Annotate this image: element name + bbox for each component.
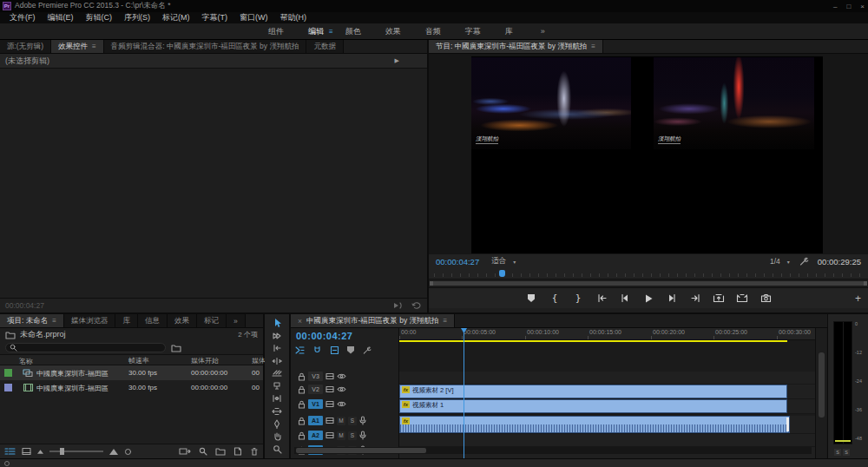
track-target-v2[interactable]: V2 [308,385,323,394]
loop-playback-icon[interactable] [411,301,422,310]
project-file-name[interactable]: 未命名.prproj [20,329,66,340]
panel-menu-icon[interactable]: ≡ [591,43,595,50]
tab-audio-clip-mixer[interactable]: 音频剪辑混合器: 中國廣東深圳市-福田區夜景 by 漢翔航拍 [104,40,307,53]
sync-lock-icon[interactable] [326,400,334,408]
mark-in-button[interactable]: { [548,292,562,306]
track-lane-v3[interactable] [399,372,815,385]
track-output-eye-icon[interactable] [337,385,346,393]
track-lane-v1[interactable]: fx 视频素材 1 [399,399,815,414]
find-icon[interactable] [199,447,207,456]
solo-left-button[interactable]: S [834,449,841,456]
timeline-timecode[interactable]: 00:00:04:27 [296,331,352,341]
column-media-start[interactable]: 媒体开始 [191,356,219,365]
workspace-effects[interactable]: 效果 [373,26,413,37]
label-chip-iris[interactable] [4,384,12,391]
play-audio-only-icon[interactable] [392,301,403,310]
add-marker-icon[interactable] [347,346,354,354]
playback-resolution-dropdown[interactable]: 1/4▾ [770,257,790,266]
go-to-out-button[interactable] [688,292,702,306]
pen-tool[interactable] [270,418,284,429]
clip-v1[interactable]: fx 视频素材 1 [399,399,787,413]
search-input[interactable] [5,343,166,352]
scrollbar-handle-left[interactable] [430,281,433,286]
menu-sequence[interactable]: 序列(S) [118,12,156,23]
program-timecode[interactable]: 00:00:04:27 [436,257,479,266]
minimize-button[interactable]: – [833,3,837,10]
tab-libraries[interactable]: 库 [115,314,138,327]
step-back-button[interactable] [618,292,632,306]
track-target-v1[interactable]: V1 [308,399,323,409]
button-editor-plus[interactable]: + [855,293,861,305]
play-button[interactable] [641,292,655,306]
solo-right-button[interactable]: S [843,449,850,456]
workspace-overflow-icon[interactable]: » [541,27,545,36]
track-target-v3[interactable]: V3 [308,372,323,381]
settings-wrench-icon[interactable] [799,256,809,266]
lift-button[interactable] [712,292,726,306]
lock-icon[interactable] [298,372,306,381]
tab-program-monitor[interactable]: 节目: 中國廣東深圳市-福田區夜景 by 漢翔航拍≡ [429,40,603,53]
sync-lock-icon[interactable] [326,431,334,439]
timeline-ruler[interactable]: 00:00 00:00:05:00 00:00:10:00 00:00:15:0… [399,328,815,340]
timeline-horizontal-scrollbar[interactable] [294,447,812,454]
mini-playhead-marker[interactable] [499,270,505,277]
tab-metadata[interactable]: 元数据 [306,40,344,53]
track-target-a2[interactable]: A2 [308,431,323,440]
fit-dropdown[interactable]: 适合▾ [491,256,516,266]
lock-icon[interactable] [298,400,306,409]
rate-stretch-tool[interactable] [270,368,284,378]
clip-a1-audio[interactable]: fx [399,416,790,433]
lock-icon[interactable] [298,431,306,440]
tab-timeline-sequence[interactable]: × 中國廣東深圳市-福田區夜景 by 漢翔航拍 ≡ [291,314,455,327]
panel-menu-icon[interactable]: ≡ [52,317,56,325]
tab-markers[interactable]: 标记 [197,314,227,327]
export-frame-button[interactable] [759,292,773,306]
ripple-edit-tool[interactable] [270,343,284,353]
sync-lock-icon[interactable] [326,417,334,424]
selection-tool[interactable] [270,318,284,328]
lock-icon[interactable] [298,385,306,394]
track-select-forward-tool[interactable] [270,331,284,341]
expand-arrow-icon[interactable]: ▶ [395,57,399,64]
workspace-assembly[interactable]: 组件 [256,26,296,37]
workspace-titles[interactable]: 字幕 [453,26,493,37]
zoom-tool[interactable] [270,444,284,454]
track-lane-v2[interactable]: fx 视频素材 2 [V] [399,385,815,399]
close-button[interactable]: × [860,3,865,10]
scrollbar-thumb[interactable] [819,352,825,418]
label-chip-green[interactable] [4,369,12,377]
tab-effect-controls[interactable]: 效果控件≡ [51,40,104,53]
timeline-vertical-scrollbar[interactable] [815,328,826,458]
solo-button[interactable]: S [348,417,357,425]
hand-tool[interactable] [270,431,284,442]
voiceover-mic-icon[interactable] [359,431,366,440]
workspace-libraries[interactable]: 库 [493,26,525,37]
project-row-sequence[interactable]: 中國廣東深圳市-福田區 30.00 fps 00:00:00:00 00 [0,365,263,380]
linked-selection-icon[interactable] [330,345,339,355]
icon-view-icon[interactable] [22,447,31,456]
automate-to-sequence-icon[interactable] [179,447,191,456]
list-view-icon[interactable] [4,447,16,456]
panel-menu-icon[interactable]: ≡ [444,317,448,325]
sync-lock-icon[interactable] [326,385,334,393]
menu-clip[interactable]: 剪辑(C) [80,12,119,23]
playhead-line[interactable] [464,328,464,458]
workspace-audio[interactable]: 音频 [413,26,453,37]
timeline-settings-wrench-icon[interactable] [362,345,372,355]
lock-icon[interactable] [298,417,306,425]
add-marker-button[interactable] [524,292,538,306]
track-output-eye-icon[interactable] [337,372,346,380]
menu-marker[interactable]: 标记(M) [156,12,196,23]
tab-info[interactable]: 信息 [138,314,168,327]
snap-magnet-icon[interactable] [312,345,322,355]
zoom-slider[interactable] [49,451,103,452]
menu-help[interactable]: 帮助(H) [274,12,313,23]
clip-v2[interactable]: fx 视频素材 2 [V] [399,385,787,398]
tab-effects[interactable]: 效果 [168,314,197,327]
rolling-edit-tool[interactable] [270,356,284,366]
menu-window[interactable]: 窗口(W) [233,12,274,23]
slip-tool[interactable] [270,393,284,404]
slide-tool[interactable] [270,406,284,417]
mark-out-button[interactable]: } [571,292,585,306]
tab-project[interactable]: 项目: 未命名≡ [0,314,64,327]
